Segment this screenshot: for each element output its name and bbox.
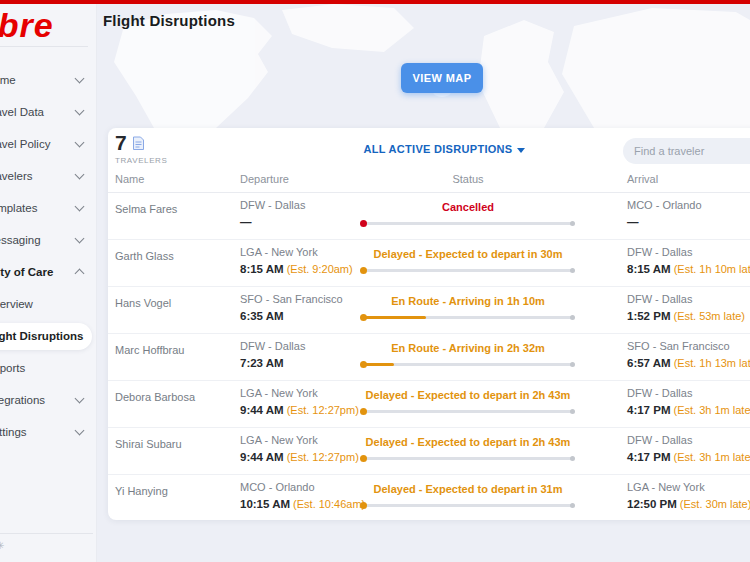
status-cell: Cancelled <box>362 193 574 239</box>
chevron-up-icon <box>75 269 85 279</box>
travelers-table: Selma Fares DFW - Dallas — Cancelled <box>108 193 750 521</box>
traveler-name: Debora Barbosa <box>115 391 195 403</box>
arrival-cell: DFW - Dallas 1:52 PM(Est. 53m late) <box>627 293 745 322</box>
departure-cell: LGA - New York 9:44 AM(Est. 12:27pm) <box>240 434 359 463</box>
progress-track <box>362 222 574 225</box>
arrival-cell: DFW - Dallas 4:17 PM(Est. 3h 1m late) <box>627 434 750 463</box>
destination-dot <box>570 456 575 461</box>
chevron-down-icon <box>75 106 85 116</box>
divider <box>0 46 88 47</box>
progress-track <box>362 457 574 460</box>
main-content: Flight Disruptions VIEW MAP 7 TRAVELERS <box>96 4 750 562</box>
brand-accent-bar <box>0 0 750 4</box>
arrival-cell: MCO - Orlando — <box>627 199 702 228</box>
chevron-down-icon <box>75 74 85 84</box>
sidebar-nav: Home Travel Data Travel Policy Travelers… <box>0 64 96 448</box>
sabre-logo: sabre <box>0 6 54 45</box>
origin-dot <box>360 408 367 415</box>
progress-fill <box>362 316 426 319</box>
progress-track <box>362 363 574 366</box>
status-label: Cancelled <box>442 201 494 213</box>
sidebar-item-travel-data[interactable]: Travel Data <box>0 96 96 128</box>
progress-track <box>362 504 574 507</box>
origin-dot <box>360 361 367 368</box>
status-label: En Route - Arriving in 2h 32m <box>391 342 545 354</box>
disruptions-panel: 7 TRAVELERS ALL ACTIVE DISRUPTIONS Name <box>108 128 750 520</box>
arrival-cell: SFO - San Francisco 6:57 AM(Est. 1h 13m … <box>627 340 750 369</box>
search-input[interactable] <box>623 138 750 164</box>
travelers-label: TRAVELERS <box>115 156 167 165</box>
table-row[interactable]: Marc Hoffbrau DFW - Dallas 7:23 AM En Ro… <box>108 333 750 380</box>
view-map-button[interactable]: VIEW MAP <box>401 63 483 93</box>
arrival-cell: LGA - New York 12:50 PM(Est. 30m late) <box>627 481 750 510</box>
status-cell: Delayed - Expected to depart in 2h 43m <box>362 381 574 427</box>
panel-header: 7 TRAVELERS ALL ACTIVE DISRUPTIONS <box>108 128 750 170</box>
status-label: Delayed - Expected to depart in 2h 43m <box>366 436 571 448</box>
help-icon[interactable]: ✳ <box>0 540 4 551</box>
sidebar-item-overview[interactable]: Overview <box>0 288 96 320</box>
status-cell: En Route - Arriving in 2h 32m <box>362 334 574 380</box>
traveler-name: Marc Hoffbrau <box>115 344 185 356</box>
chevron-down-icon <box>75 138 85 148</box>
departure-cell: DFW - Dallas — <box>240 199 305 228</box>
traveler-name: Selma Fares <box>115 203 177 215</box>
table-row[interactable]: Selma Fares DFW - Dallas — Cancelled <box>108 193 750 239</box>
destination-dot <box>570 221 575 226</box>
table-row[interactable]: Debora Barbosa LGA - New York 9:44 AM(Es… <box>108 380 750 427</box>
traveler-name: Hans Vogel <box>115 297 171 309</box>
sidebar-item-templates[interactable]: Templates <box>0 192 96 224</box>
chevron-down-icon <box>75 394 85 404</box>
arrival-cell: DFW - Dallas 8:15 AM(Est. 1h 10m late) <box>627 246 750 275</box>
sidebar-item-settings[interactable]: Settings <box>0 416 96 448</box>
column-header-name: Name <box>115 173 144 185</box>
progress-track <box>362 316 574 319</box>
arrival-cell: DFW - Dallas 4:17 PM(Est. 3h 1m late) <box>627 387 750 416</box>
origin-dot <box>360 314 367 321</box>
dropdown-arrow-icon <box>517 148 525 153</box>
sidebar-item-duty-of-care[interactable]: Duty of Care <box>0 256 96 288</box>
destination-dot <box>570 268 575 273</box>
status-label: Delayed - Expected to depart in 2h 43m <box>366 389 571 401</box>
divider <box>0 533 93 534</box>
app-window: sabre Home Travel Data Travel Policy Tra… <box>0 0 750 562</box>
status-cell: Delayed - Expected to depart in 2h 43m <box>362 428 574 474</box>
traveler-name: Garth Glass <box>115 250 174 262</box>
departure-cell: DFW - Dallas 7:23 AM <box>240 340 305 369</box>
origin-dot <box>360 502 367 509</box>
sidebar-item-messaging[interactable]: Messaging <box>0 224 96 256</box>
column-header-departure: Departure <box>240 173 289 185</box>
column-header-status: Status <box>362 173 574 185</box>
chevron-down-icon <box>75 426 85 436</box>
sidebar-item-flight-disruptions[interactable]: Flight Disruptions <box>0 323 92 350</box>
table-row[interactable]: Hans Vogel SFO - San Francisco 6:35 AM E… <box>108 286 750 333</box>
table-row[interactable]: Yi Hanying MCO - Orlando 10:15 AM(Est. 1… <box>108 474 750 521</box>
origin-dot <box>360 455 367 462</box>
traveler-name: Yi Hanying <box>115 485 168 497</box>
status-label: Delayed - Expected to depart in 31m <box>374 483 563 495</box>
destination-dot <box>570 315 575 320</box>
progress-track <box>362 410 574 413</box>
table-row[interactable]: Garth Glass LGA - New York 8:15 AM(Est. … <box>108 239 750 286</box>
sidebar-item-travelers[interactable]: Travelers <box>0 160 96 192</box>
column-header-arrival: Arrival <box>627 173 658 185</box>
sidebar-item-travel-policy[interactable]: Travel Policy <box>0 128 96 160</box>
table-column-headers: Name Departure Status Arrival <box>108 170 750 193</box>
table-row[interactable]: Shirai Subaru LGA - New York 9:44 AM(Est… <box>108 427 750 474</box>
traveler-name: Shirai Subaru <box>115 438 182 450</box>
status-cell: En Route - Arriving in 1h 10m <box>362 287 574 333</box>
sidebar-item-integrations[interactable]: Integrations <box>0 384 96 416</box>
departure-cell: MCO - Orlando 10:15 AM(Est. 10:46am) <box>240 481 365 510</box>
destination-dot <box>570 503 575 508</box>
page-title: Flight Disruptions <box>103 12 235 29</box>
sidebar-item-reports[interactable]: Reports <box>0 352 96 384</box>
departure-cell: LGA - New York 8:15 AM(Est. 9:20am) <box>240 246 353 275</box>
status-cell: Delayed - Expected to depart in 30m <box>362 240 574 286</box>
status-cell: Delayed - Expected to depart in 31m <box>362 475 574 521</box>
origin-dot <box>360 267 367 274</box>
chevron-down-icon <box>75 202 85 212</box>
sidebar-item-home[interactable]: Home <box>0 64 96 96</box>
destination-dot <box>570 409 575 414</box>
departure-cell: SFO - San Francisco 6:35 AM <box>240 293 343 322</box>
chevron-down-icon <box>75 170 85 180</box>
status-label: Delayed - Expected to depart in 30m <box>374 248 563 260</box>
